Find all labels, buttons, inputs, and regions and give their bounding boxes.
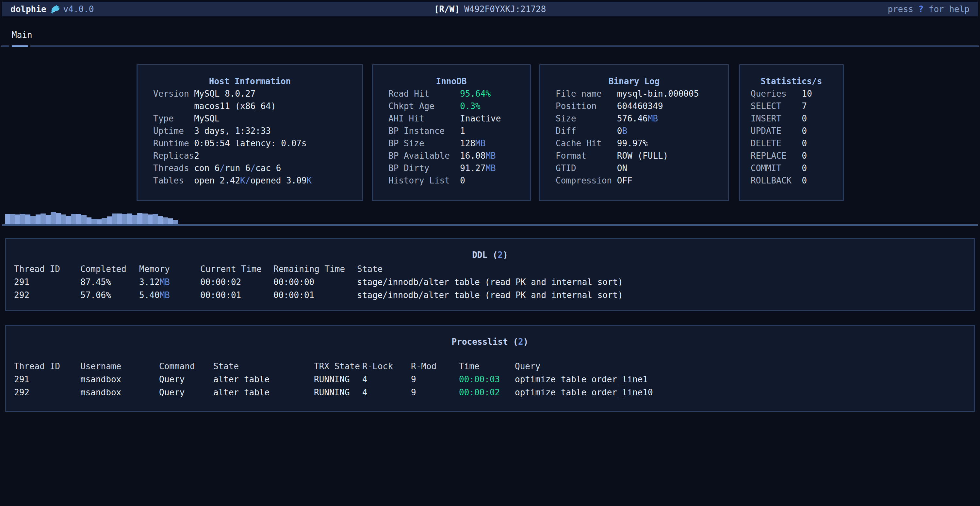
row-value: 10 bbox=[802, 87, 812, 100]
row-value: mysql-bin.000005 bbox=[617, 87, 699, 100]
cell-thread-id: 292 bbox=[14, 289, 80, 301]
cell-r-mod: 9 bbox=[411, 386, 459, 399]
row-label: Replicas bbox=[153, 149, 194, 162]
row-value: MySQL bbox=[194, 112, 220, 125]
col-header-thread-id: Thread ID bbox=[14, 360, 80, 373]
spark-bar bbox=[10, 214, 15, 224]
row-label: Diff bbox=[556, 125, 617, 137]
info-row: Replicas2 bbox=[137, 149, 362, 162]
sparkline-bars bbox=[5, 212, 178, 224]
row-value: macos11 (x86_64) bbox=[194, 100, 276, 112]
row-label: Uptime bbox=[153, 125, 194, 137]
row-label: Chkpt Age bbox=[388, 100, 460, 112]
col-header-thread-id: Thread ID bbox=[14, 262, 80, 276]
connection-info: [R/W] W492F0YXKJ:21728 bbox=[434, 3, 546, 15]
spark-bar bbox=[76, 214, 81, 224]
row-value: 95.64% bbox=[460, 87, 491, 100]
table-row: 292 57.06% 5.40MB 00:00:01 00:00:01 stag… bbox=[6, 289, 974, 301]
ddl-title-suffix: ) bbox=[503, 250, 508, 260]
cell-query: optimize table order_line1 bbox=[515, 373, 974, 386]
spark-bar bbox=[56, 213, 61, 224]
spark-bar bbox=[46, 215, 51, 224]
row-value: 0 bbox=[802, 162, 807, 174]
row-label: Cache Hit bbox=[556, 137, 617, 149]
col-header-state: State bbox=[213, 360, 314, 373]
info-row: Threadscon 6/run 6/cac 6 bbox=[137, 162, 362, 174]
table-row[interactable]: 291 msandbox Query alter table RUNNING 4… bbox=[6, 373, 974, 386]
row-label: BP Dirty bbox=[388, 162, 460, 174]
spark-bar bbox=[137, 213, 142, 224]
row-label: BP Size bbox=[388, 137, 460, 149]
panel-title: Host Information bbox=[137, 75, 362, 87]
cell-memory: 5.40MB bbox=[139, 289, 200, 301]
info-row: Runtime0:05:54 latency: 0.07s bbox=[137, 137, 362, 149]
row-label: Type bbox=[153, 112, 194, 125]
info-row: BP Size128MB bbox=[373, 137, 530, 149]
row-value: con 6/run 6/cac 6 bbox=[194, 162, 281, 174]
col-header-trx-state: TRX State bbox=[314, 360, 362, 373]
ddl-count: 2 bbox=[498, 250, 503, 260]
panel-title: Statistics/s bbox=[740, 75, 843, 87]
cell-command: Query bbox=[159, 373, 213, 386]
info-row: BP Instance1 bbox=[373, 125, 530, 137]
row-value: 0 bbox=[802, 125, 807, 137]
spark-bar bbox=[163, 217, 168, 224]
row-value: 3 days, 1:32:33 bbox=[194, 125, 271, 137]
col-header-time: Time bbox=[459, 360, 515, 373]
spark-bar bbox=[168, 218, 173, 224]
cell-state: stage/innodb/alter table (read PK and in… bbox=[357, 289, 974, 301]
spark-bar bbox=[25, 214, 30, 224]
cell-state: alter table bbox=[213, 386, 314, 399]
read-write-mode: [R/W] bbox=[434, 3, 460, 15]
row-label: Tables bbox=[153, 174, 194, 187]
row-value: 2 bbox=[194, 149, 199, 162]
row-value: 0B bbox=[617, 125, 627, 137]
innodb-panel: InnoDB Read Hit95.64% Chkpt Age0.3% AHI … bbox=[372, 64, 531, 201]
spark-bar bbox=[112, 214, 117, 224]
spark-bar bbox=[153, 214, 158, 224]
processlist-title-prefix: Processlist ( bbox=[452, 337, 519, 347]
spark-bar bbox=[127, 214, 132, 224]
spark-bar bbox=[158, 216, 163, 224]
binary-log-panel: Binary Log File namemysql-bin.000005 Pos… bbox=[539, 64, 729, 201]
ddl-title: DDL (2) bbox=[6, 249, 974, 261]
cell-thread-id: 292 bbox=[14, 386, 80, 399]
col-header-current-time: Current Time bbox=[200, 262, 274, 276]
cell-time: 00:00:03 bbox=[459, 373, 515, 386]
app-name: dolphie bbox=[10, 3, 46, 15]
processlist-title-suffix: ) bbox=[523, 337, 528, 347]
row-label: Read Hit bbox=[388, 87, 460, 100]
spark-bar bbox=[81, 215, 87, 224]
cell-command: Query bbox=[159, 386, 213, 399]
spark-bar bbox=[107, 216, 112, 224]
col-header-command: Command bbox=[159, 360, 213, 373]
row-label: COMMIT bbox=[751, 162, 802, 174]
tab-main[interactable]: Main bbox=[12, 29, 32, 41]
spark-bar bbox=[122, 214, 127, 224]
app-identity: dolphie v4.0.0 bbox=[10, 3, 94, 15]
info-row: UPDATE0 bbox=[740, 125, 843, 137]
row-label: ROLLBACK bbox=[751, 174, 802, 187]
help-hint: press ? for help bbox=[888, 3, 970, 15]
info-row: Diff0B bbox=[540, 125, 728, 137]
row-value: OFF bbox=[617, 174, 632, 187]
table-row[interactable]: 292 msandbox Query alter table RUNNING 4… bbox=[6, 386, 974, 399]
col-header-username: Username bbox=[80, 360, 159, 373]
cell-remaining-time: 00:00:01 bbox=[274, 289, 357, 301]
host-information-panel: Host Information VersionMySQL 8.0.27 mac… bbox=[137, 64, 363, 201]
ddl-panel: DDL (2) Thread ID Completed Memory Curre… bbox=[5, 238, 975, 311]
info-row: Cache Hit99.97% bbox=[540, 137, 728, 149]
info-row: Size576.46MB bbox=[540, 112, 728, 125]
qps-sparkline bbox=[0, 211, 980, 226]
cell-trx-state: RUNNING bbox=[314, 373, 362, 386]
row-value: 0 bbox=[460, 174, 465, 187]
info-row: BP Available16.08MB bbox=[373, 149, 530, 162]
row-value: ON bbox=[617, 162, 627, 174]
info-row: Tablesopen 2.42K/opened 3.09K bbox=[137, 174, 362, 187]
spark-bar bbox=[40, 214, 46, 224]
row-label: Compression bbox=[556, 174, 617, 187]
info-row: Queries10 bbox=[740, 87, 843, 100]
help-hint-post: for help bbox=[923, 4, 970, 14]
tab-underline-active bbox=[9, 45, 30, 47]
info-row: BP Dirty91.27MB bbox=[373, 162, 530, 174]
